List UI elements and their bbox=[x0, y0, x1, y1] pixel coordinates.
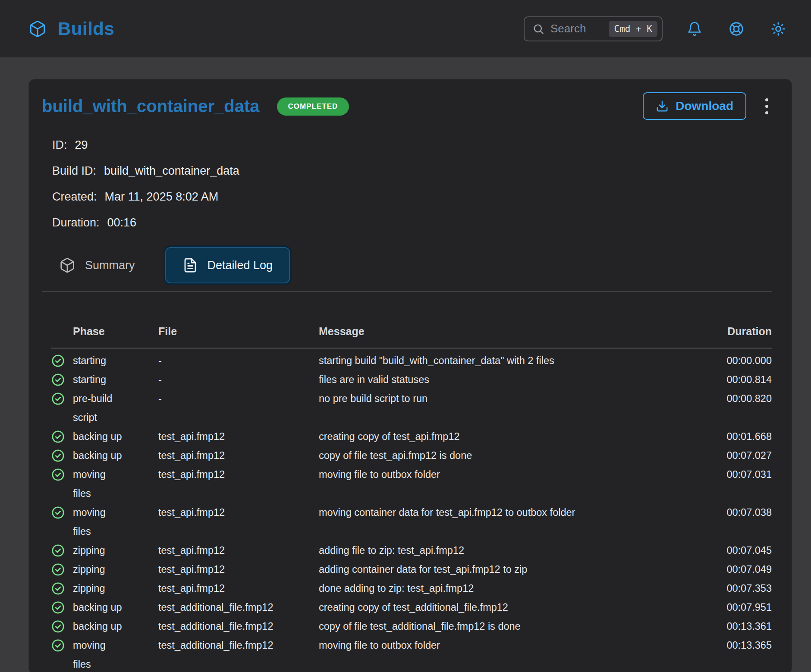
log-row: backing up test_api.fmp12 creating copy … bbox=[51, 427, 772, 446]
message-cell: moving file to outbox folder bbox=[319, 636, 690, 655]
message-cell: no pre build script to run bbox=[319, 389, 690, 408]
duration-cell: 00:07.049 bbox=[690, 560, 772, 579]
check-circle-icon bbox=[51, 541, 73, 558]
duration-cell: 00:07.027 bbox=[690, 446, 772, 465]
help-lifebuoy-icon bbox=[728, 21, 745, 37]
phase-cell: backing up bbox=[73, 598, 158, 617]
message-cell: copy of file test_api.fmp12 is done bbox=[319, 446, 690, 465]
phase-cell: pre-build script bbox=[73, 389, 158, 427]
check-circle-icon bbox=[51, 465, 73, 482]
message-cell: moving file to outbox folder bbox=[319, 465, 690, 484]
meta-row-created: Created: Mar 11, 2025 8:02 AM bbox=[52, 184, 772, 210]
phase-cell: starting bbox=[73, 370, 158, 389]
message-cell: done adding to zip: test_api.fmp12 bbox=[319, 579, 690, 598]
help-button[interactable] bbox=[726, 19, 746, 39]
duration-cell: 00:07.031 bbox=[690, 465, 772, 484]
duration-cell: 00:07.045 bbox=[690, 541, 772, 560]
log-row: backing up test_additional_file.fmp12 co… bbox=[51, 617, 772, 636]
column-header-duration: Duration bbox=[690, 322, 772, 341]
tab-detailed-log[interactable]: Detailed Log bbox=[165, 247, 290, 283]
file-cell: test_additional_file.fmp12 bbox=[158, 617, 319, 636]
duration-cell: 00:07.038 bbox=[690, 503, 772, 522]
message-cell: copy of file test_additional_file.fmp12 … bbox=[319, 617, 690, 636]
theme-sun-icon bbox=[770, 21, 786, 37]
phase-cell: zipping bbox=[73, 560, 158, 579]
log-row: backing up test_api.fmp12 copy of file t… bbox=[51, 446, 772, 465]
status-badge: COMPLETED bbox=[277, 97, 349, 116]
file-cell: - bbox=[158, 370, 319, 389]
check-circle-icon bbox=[51, 636, 73, 653]
page-title: Builds bbox=[58, 19, 114, 39]
file-cell: - bbox=[158, 351, 319, 370]
log-row: moving files test_additional_file.fmp12 … bbox=[51, 636, 772, 672]
more-options-button[interactable] bbox=[762, 95, 772, 118]
log-row: moving files test_api.fmp12 moving conta… bbox=[51, 503, 772, 541]
check-circle-icon bbox=[51, 351, 73, 368]
message-cell: files are in valid statuses bbox=[319, 370, 690, 389]
tabs-divider bbox=[42, 291, 772, 292]
column-header-phase: Phase bbox=[73, 322, 158, 341]
tab-summary[interactable]: Summary bbox=[47, 247, 147, 284]
duration-cell: 00:01.668 bbox=[690, 427, 772, 446]
file-text-icon bbox=[182, 257, 198, 273]
file-cell: test_api.fmp12 bbox=[158, 541, 319, 560]
file-cell: test_api.fmp12 bbox=[158, 560, 319, 579]
package-icon bbox=[59, 257, 75, 273]
log-row: zipping test_api.fmp12 adding file to zi… bbox=[51, 541, 772, 560]
log-row: zipping test_api.fmp12 done adding to zi… bbox=[51, 579, 772, 598]
log-table-body: starting - starting build "build_with_co… bbox=[51, 351, 772, 672]
phase-cell: starting bbox=[73, 351, 158, 370]
file-cell: test_additional_file.fmp12 bbox=[158, 598, 319, 617]
table-header-divider bbox=[51, 348, 772, 349]
log-row: zipping test_api.fmp12 adding container … bbox=[51, 560, 772, 579]
duration-cell: 00:07.951 bbox=[690, 598, 772, 617]
theme-toggle-button[interactable] bbox=[769, 19, 788, 38]
file-cell: test_api.fmp12 bbox=[158, 427, 319, 446]
build-title: build_with_container_data bbox=[42, 97, 260, 116]
package-icon bbox=[28, 20, 47, 38]
kebab-icon bbox=[765, 98, 768, 114]
log-row: starting - files are in valid statuses 0… bbox=[51, 370, 772, 389]
check-circle-icon bbox=[51, 370, 73, 387]
log-row: starting - starting build "build_with_co… bbox=[51, 351, 772, 370]
file-cell: test_additional_file.fmp12 bbox=[158, 636, 319, 655]
search-shortcut-chip: Cmd + K bbox=[609, 21, 657, 37]
check-circle-icon bbox=[51, 503, 73, 520]
build-meta: ID: 29 Build ID: build_with_container_da… bbox=[52, 132, 772, 236]
duration-cell: 00:13.361 bbox=[690, 617, 772, 636]
message-cell: creating copy of test_api.fmp12 bbox=[319, 427, 690, 446]
check-circle-icon bbox=[51, 579, 73, 596]
column-header-message: Message bbox=[319, 322, 690, 341]
file-cell: test_api.fmp12 bbox=[158, 579, 319, 598]
tab-summary-label: Summary bbox=[85, 259, 135, 272]
phase-cell: zipping bbox=[73, 579, 158, 598]
phase-cell: moving files bbox=[73, 636, 158, 672]
message-cell: starting build "build_with_container_dat… bbox=[319, 351, 690, 370]
notifications-button[interactable] bbox=[685, 19, 704, 38]
log-table-header: Phase File Message Duration bbox=[51, 322, 772, 341]
check-circle-icon bbox=[51, 598, 73, 615]
file-cell: - bbox=[158, 389, 319, 408]
tab-detailed-log-label: Detailed Log bbox=[207, 259, 273, 272]
build-detail-card: build_with_container_data COMPLETED Down… bbox=[28, 79, 792, 672]
phase-cell: backing up bbox=[73, 427, 158, 446]
phase-cell: zipping bbox=[73, 541, 158, 560]
search-input[interactable] bbox=[550, 22, 603, 35]
app-header: Builds Cmd + K bbox=[0, 0, 811, 57]
search-box[interactable]: Cmd + K bbox=[524, 16, 663, 41]
download-button[interactable]: Download bbox=[643, 92, 746, 120]
check-circle-icon bbox=[51, 560, 73, 577]
message-cell: adding file to zip: test_api.fmp12 bbox=[319, 541, 690, 560]
meta-row-build-id: Build ID: build_with_container_data bbox=[52, 158, 772, 184]
bell-icon bbox=[687, 21, 702, 37]
phase-cell: backing up bbox=[73, 617, 158, 636]
phase-cell: backing up bbox=[73, 446, 158, 465]
meta-row-id: ID: 29 bbox=[52, 132, 772, 158]
duration-cell: 00:00.000 bbox=[690, 351, 772, 370]
check-circle-icon bbox=[51, 389, 73, 406]
tab-bar: Summary Detailed Log bbox=[47, 247, 772, 284]
app-home-link[interactable]: Builds bbox=[28, 19, 114, 39]
duration-cell: 00:00.820 bbox=[690, 389, 772, 408]
message-cell: moving container data for test_api.fmp12… bbox=[319, 503, 690, 522]
search-icon bbox=[532, 23, 544, 35]
